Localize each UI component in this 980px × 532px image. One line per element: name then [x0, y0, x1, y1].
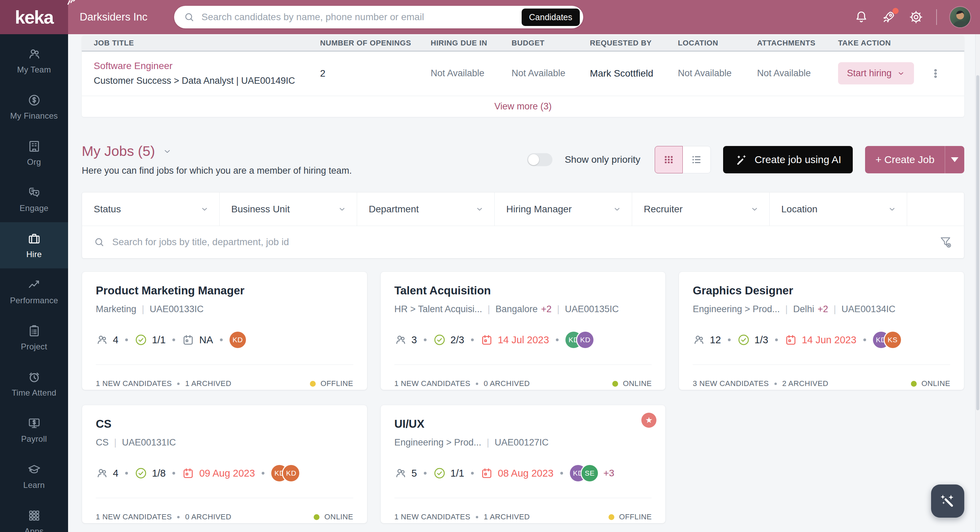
sidebar-item-hire[interactable]: Hire — [0, 222, 68, 268]
meta-separator: | — [487, 437, 489, 448]
table-row: Software Engineer Customer Success > Dat… — [82, 52, 964, 96]
view-more-link[interactable]: View more (3) — [82, 96, 964, 117]
logo-spark-icon — [67, 0, 77, 5]
create-job-label: + Create Job — [865, 146, 945, 173]
vertical-scrollbar[interactable] — [975, 34, 980, 532]
filter-department[interactable]: Department — [357, 192, 495, 226]
search-scope-chip[interactable]: Candidates — [522, 8, 580, 26]
job-location: Bangalore — [496, 304, 538, 314]
job-location-more[interactable]: +2 — [541, 304, 552, 314]
candidates-icon — [395, 334, 407, 346]
meta-separator: | — [142, 304, 144, 314]
notifications-bell-icon[interactable] — [854, 10, 869, 24]
performance-icon — [27, 278, 41, 292]
job-card-ui-ux[interactable]: ★ UI/UX Engineering > Prod... | UAE00127… — [380, 405, 666, 524]
column-header: JOB TITLE — [94, 39, 320, 48]
create-job-using-ai-button[interactable]: Create job using AI — [723, 146, 853, 173]
job-title[interactable]: Graphics Designer — [693, 284, 950, 297]
jobs-grid: Product Marketing Manager Marketing | UA… — [82, 272, 964, 524]
whats-new-rocket-icon[interactable] — [881, 10, 896, 24]
grid-view-button[interactable] — [655, 146, 683, 173]
org-icon — [27, 140, 41, 153]
job-location-more[interactable]: +2 — [818, 304, 828, 314]
main-content: JOB TITLE NUMBER OF OPENINGS HIRING DUE … — [68, 34, 975, 532]
jobs-filter-bar: Status Business Unit Department Hiring M… — [82, 192, 964, 259]
sidebar-item-my-finances[interactable]: My Finances — [0, 84, 68, 130]
job-card-graphics-designer[interactable]: Graphics Designer Engineering > Prod... … — [679, 272, 964, 390]
sidebar-nav: My Team My Finances Org Engage Hire Perf… — [0, 34, 68, 532]
sidebar-item-org[interactable]: Org — [0, 130, 68, 176]
settings-gear-icon[interactable] — [909, 10, 923, 24]
hiring-team-avatars: KD — [229, 332, 246, 348]
filter-business-unit[interactable]: Business Unit — [220, 192, 357, 226]
hiring-due-cell: Not Available — [431, 68, 512, 79]
chevron-down-icon — [750, 205, 759, 214]
sidebar-item-performance[interactable]: Performance — [0, 268, 68, 314]
list-view-button[interactable] — [683, 146, 711, 173]
grid-view-icon — [663, 154, 675, 165]
due-date: 08 Aug 2023 — [498, 468, 554, 479]
sidebar-item-apps[interactable]: Apps — [0, 499, 68, 532]
filter-status[interactable]: Status — [82, 192, 220, 226]
calendar-icon — [480, 334, 493, 346]
sidebar-item-engage[interactable]: Engage — [0, 176, 68, 222]
status-dot — [313, 514, 320, 520]
my-jobs-title: My Jobs (5) — [82, 143, 155, 159]
chevron-down-icon — [337, 205, 347, 214]
dot-separator — [476, 516, 478, 518]
status-badge: OFFLINE — [320, 379, 353, 388]
dot-separator — [424, 338, 426, 341]
row-kebab-menu[interactable] — [930, 65, 941, 82]
keka-logo[interactable]: keka — [0, 0, 68, 34]
avatar[interactable]: SE — [582, 465, 598, 481]
my-jobs-subtitle: Here you can find jobs for which you are… — [82, 165, 352, 176]
create-job-button[interactable]: + Create Job — [865, 146, 964, 173]
sidebar-item-time-attend[interactable]: Time Attend — [0, 361, 68, 407]
avatar[interactable]: KD — [283, 465, 299, 481]
job-title[interactable]: UI/UX — [395, 418, 652, 430]
candidate-search-input[interactable] — [195, 12, 522, 22]
positions-filled: 1/1 — [450, 468, 464, 479]
more-avatars-count[interactable]: +3 — [603, 468, 614, 479]
global-search-bar[interactable]: Candidates — [174, 6, 583, 29]
clear-filters-icon[interactable] — [939, 235, 952, 249]
archived-label: 1 ARCHIVED — [484, 513, 530, 521]
sidebar-item-project[interactable]: Project — [0, 314, 68, 361]
sidebar-item-learn[interactable]: Learn — [0, 453, 68, 499]
due-date: 09 Aug 2023 — [199, 468, 255, 479]
jobs-search-input[interactable] — [105, 237, 939, 248]
sidebar-item-label: Engage — [19, 203, 49, 213]
calendar-icon — [182, 467, 194, 480]
job-card-cs[interactable]: CS CS | UAE00131IC 4 1/8 09 Aug 2023 KD … — [82, 405, 368, 524]
job-card-product-marketing-manager[interactable]: Product Marketing Manager Marketing | UA… — [82, 272, 368, 390]
job-department: HR > Talent Acquisi... — [395, 304, 482, 314]
job-card-talent-acquisition[interactable]: Talent Acquisition HR > Talent Acquisi..… — [380, 272, 666, 390]
calendar-icon — [182, 334, 194, 346]
column-header: TAKE ACTION — [838, 39, 964, 48]
filter-location[interactable]: Location — [770, 192, 907, 226]
column-header: ATTACHMENTS — [757, 39, 838, 48]
avatar[interactable]: KS — [885, 332, 901, 348]
show-only-priority-toggle[interactable] — [527, 153, 552, 166]
section-chevron-down-icon[interactable] — [162, 147, 172, 156]
card-divider — [395, 498, 652, 498]
job-title[interactable]: CS — [96, 418, 353, 430]
job-title[interactable]: Product Marketing Manager — [96, 284, 353, 297]
avatar[interactable]: KD — [577, 332, 593, 348]
scrollbar-thumb[interactable] — [976, 75, 979, 410]
filter-hiring-manager[interactable]: Hiring Manager — [495, 192, 632, 226]
user-avatar[interactable] — [950, 7, 970, 27]
requisition-title-link[interactable]: Software Engineer — [94, 60, 320, 71]
sidebar-item-label: Apps — [25, 527, 44, 532]
job-department: CS — [96, 437, 109, 448]
ai-assistant-fab[interactable] — [931, 484, 964, 518]
priority-star-badge[interactable]: ★ — [641, 413, 656, 428]
engage-icon — [27, 186, 41, 199]
filter-recruiter[interactable]: Recruiter — [632, 192, 770, 226]
avatar[interactable]: KD — [229, 332, 246, 348]
sidebar-item-payroll[interactable]: Payroll — [0, 407, 68, 453]
create-job-dropdown-button[interactable] — [945, 146, 964, 173]
start-hiring-button[interactable]: Start hiring — [838, 62, 914, 84]
job-title[interactable]: Talent Acquisition — [395, 284, 652, 297]
sidebar-item-my-team[interactable]: My Team — [0, 38, 68, 84]
